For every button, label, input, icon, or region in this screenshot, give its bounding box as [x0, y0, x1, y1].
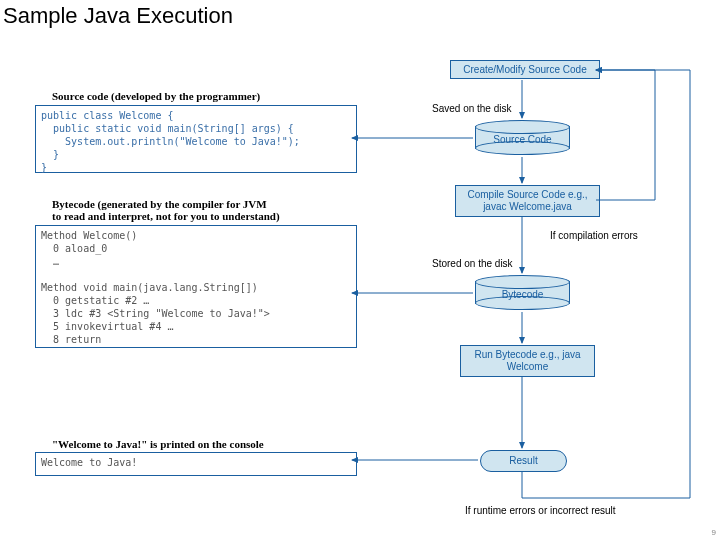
- flow-compile: Compile Source Code e.g., javac Welcome.…: [455, 185, 600, 217]
- source-code-box: public class Welcome { public static voi…: [35, 105, 357, 173]
- caption-bytecode: Bytecode (generated by the compiler for …: [52, 198, 280, 222]
- label-stored: Stored on the disk: [432, 258, 513, 269]
- flow-create: Create/Modify Source Code: [450, 60, 600, 79]
- cylinder-bytecode: Bytecode: [475, 275, 570, 310]
- output-box: Welcome to Java!: [35, 452, 357, 476]
- caption-source: Source code (developed by the programmer…: [52, 90, 260, 102]
- cylinder-source-label: Source Code: [475, 133, 570, 144]
- cylinder-source: Source Code: [475, 120, 570, 155]
- flow-result: Result: [480, 450, 567, 472]
- bytecode-box: Method Welcome() 0 aload_0 … Method void…: [35, 225, 357, 348]
- page-title: Sample Java Execution: [3, 3, 233, 29]
- label-run-err: If runtime errors or incorrect result: [465, 505, 616, 516]
- caption-console: "Welcome to Java!" is printed on the con…: [52, 438, 264, 450]
- label-saved: Saved on the disk: [432, 103, 512, 114]
- label-comp-err: If compilation errors: [550, 230, 638, 241]
- page-number: 9: [712, 528, 716, 537]
- cylinder-bytecode-label: Bytecode: [475, 288, 570, 299]
- flow-run: Run Bytecode e.g., java Welcome: [460, 345, 595, 377]
